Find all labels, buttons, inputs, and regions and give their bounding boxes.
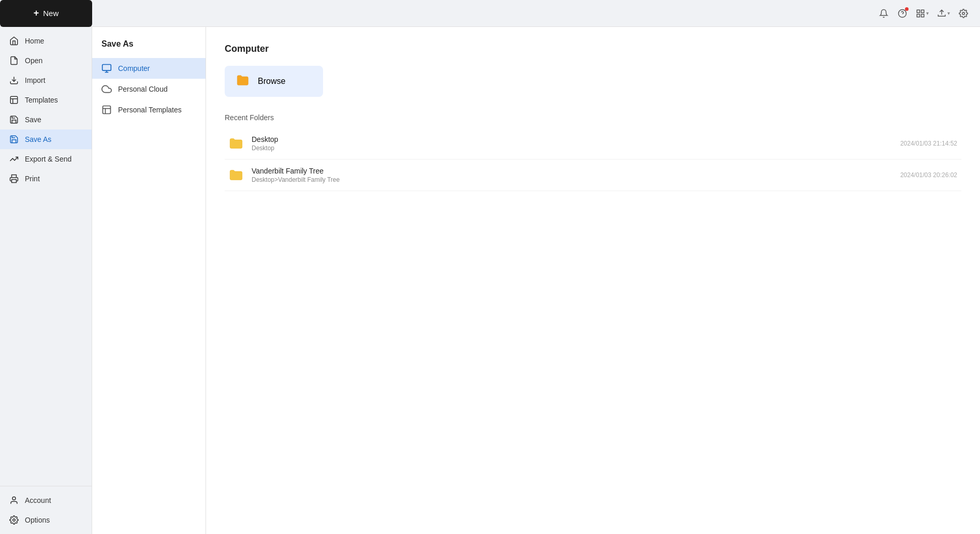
cloud-icon — [101, 84, 112, 94]
browse-label: Browse — [258, 77, 285, 86]
top-bar: + New ▾ ▾ — [0, 0, 980, 27]
new-button[interactable]: + New — [0, 0, 92, 27]
apps-dropdown-arrow: ▾ — [926, 10, 929, 16]
sidebar-item-save-as-label: Save As — [25, 135, 51, 143]
sidebar-item-save-as[interactable]: Save As — [0, 129, 92, 149]
top-bar-right: ▾ ▾ — [875, 5, 972, 22]
middle-panel: Save As Computer Personal Cloud Personal… — [92, 27, 206, 534]
svg-rect-9 — [10, 96, 18, 104]
sidebar-item-account[interactable]: Account — [0, 490, 92, 510]
svg-point-12 — [13, 519, 16, 522]
sidebar-item-open-label: Open — [25, 56, 42, 65]
svg-rect-10 — [12, 180, 17, 183]
browse-folder-icon — [236, 74, 251, 89]
sidebar-item-account-label: Account — [25, 496, 51, 504]
sidebar-item-templates[interactable]: Templates — [0, 90, 92, 110]
folder-info-vanderbilt: Vanderbilt Family Tree Desktop>Vanderbil… — [252, 167, 892, 183]
save-as-icon — [9, 135, 19, 144]
sidebar-item-home[interactable]: Home — [0, 31, 92, 51]
tray-icon[interactable]: ▾ — [934, 7, 953, 20]
personal-templates-icon — [101, 105, 112, 115]
folder-date-desktop: 2024/01/03 21:14:52 — [900, 140, 957, 147]
content-title: Computer — [225, 44, 961, 54]
browse-button[interactable]: Browse — [225, 66, 323, 97]
folder-name-desktop: Desktop — [252, 135, 892, 143]
new-button-label: New — [43, 9, 58, 18]
folder-path-vanderbilt: Desktop>Vanderbilt Family Tree — [252, 176, 892, 183]
recent-folders-heading: Recent Folders — [225, 113, 961, 122]
folder-date-vanderbilt: 2024/01/03 20:26:02 — [900, 171, 957, 179]
main-layout: Home Open Import Templates Save — [0, 27, 980, 534]
sidebar-item-import-label: Import — [25, 76, 46, 84]
bell-icon[interactable] — [875, 5, 892, 22]
panel-title: Save As — [92, 39, 206, 58]
folder-item-vanderbilt[interactable]: Vanderbilt Family Tree Desktop>Vanderbil… — [225, 160, 961, 191]
computer-icon — [101, 63, 112, 74]
panel-item-personal-templates[interactable]: Personal Templates — [92, 99, 206, 120]
svg-rect-4 — [922, 14, 924, 17]
panel-item-computer[interactable]: Computer — [92, 58, 206, 79]
folder-name-vanderbilt: Vanderbilt Family Tree — [252, 167, 892, 175]
sidebar-item-options-label: Options — [25, 516, 50, 524]
settings-icon[interactable] — [955, 5, 972, 22]
svg-point-7 — [962, 12, 965, 15]
account-icon — [9, 496, 19, 505]
sidebar-bottom: Account Options — [0, 486, 92, 530]
tray-dropdown-arrow: ▾ — [947, 10, 950, 16]
sidebar-item-templates-label: Templates — [25, 96, 58, 104]
import-icon — [9, 76, 19, 85]
panel-item-computer-label: Computer — [118, 64, 150, 73]
folder-path-desktop: Desktop — [252, 145, 892, 152]
content-area: Computer Browse Recent Folders Desktop — [206, 27, 980, 534]
home-icon — [9, 36, 19, 46]
plus-icon: + — [34, 8, 39, 19]
save-icon — [9, 115, 19, 124]
folder-list: Desktop Desktop 2024/01/03 21:14:52 Vand… — [225, 128, 961, 191]
templates-icon — [9, 95, 19, 105]
notification-badge — [905, 7, 909, 11]
sidebar-item-import[interactable]: Import — [0, 70, 92, 90]
sidebar-item-home-label: Home — [25, 37, 44, 45]
sidebar: Home Open Import Templates Save — [0, 27, 92, 534]
svg-rect-16 — [103, 106, 111, 114]
panel-item-personal-cloud-label: Personal Cloud — [118, 85, 168, 93]
export-icon — [9, 154, 19, 164]
sidebar-spacer — [0, 189, 92, 486]
question-icon[interactable] — [894, 5, 911, 22]
svg-rect-5 — [917, 14, 919, 17]
sidebar-item-print-label: Print — [25, 175, 40, 183]
svg-point-11 — [12, 497, 16, 500]
panel-item-personal-templates-label: Personal Templates — [118, 106, 182, 114]
svg-rect-13 — [103, 65, 111, 71]
print-icon — [9, 174, 19, 183]
top-bar-left: + New — [0, 0, 92, 27]
folder-icon-vanderbilt — [229, 169, 243, 181]
svg-rect-2 — [917, 10, 919, 12]
sidebar-item-options[interactable]: Options — [0, 510, 92, 530]
options-icon — [9, 515, 19, 525]
panel-item-personal-cloud[interactable]: Personal Cloud — [92, 79, 206, 99]
folder-info-desktop: Desktop Desktop — [252, 135, 892, 152]
folder-item-desktop[interactable]: Desktop Desktop 2024/01/03 21:14:52 — [225, 128, 961, 160]
sidebar-item-export-send[interactable]: Export & Send — [0, 149, 92, 169]
open-icon — [9, 56, 19, 65]
sidebar-item-open[interactable]: Open — [0, 51, 92, 70]
sidebar-item-export-send-label: Export & Send — [25, 155, 71, 163]
svg-rect-3 — [922, 10, 924, 12]
sidebar-item-save-label: Save — [25, 116, 41, 124]
folder-icon-desktop — [229, 137, 243, 150]
sidebar-item-print[interactable]: Print — [0, 169, 92, 189]
sidebar-item-save[interactable]: Save — [0, 110, 92, 129]
apps-icon[interactable]: ▾ — [913, 7, 932, 20]
